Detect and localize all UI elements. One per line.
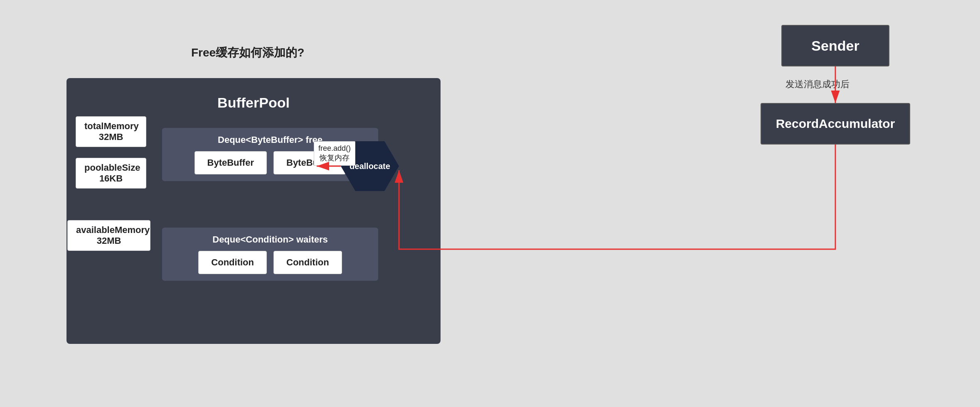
deque-waiters-items: Condition Condition <box>169 251 372 274</box>
deque-waiters-section: Deque<Condition> waiters Condition Condi… <box>162 228 378 281</box>
deque-waiters-title: Deque<Condition> waiters <box>169 234 372 245</box>
deallocate-label: deallocate <box>350 162 390 171</box>
record-accumulator-box: RecordAccumulator <box>761 103 910 145</box>
main-container: Free缓存如何添加的? BufferPool Deque<ByteBuffer… <box>0 0 980 407</box>
sender-box: Sender <box>781 25 889 66</box>
bytebuffer-item-1: ByteBuffer <box>195 151 267 174</box>
condition-item-2: Condition <box>273 251 342 274</box>
record-accumulator-label: RecordAccumulator <box>776 117 895 131</box>
condition-item-1: Condition <box>198 251 267 274</box>
buffer-pool-title: BufferPool <box>66 95 441 111</box>
available-memory-label: availableMemory 32MB <box>67 220 150 251</box>
page-title: Free缓存如何添加的? <box>191 45 304 61</box>
recordacc-to-deallocate-arrow <box>399 145 835 249</box>
sender-label: Sender <box>811 38 859 54</box>
send-success-label: 发送消息成功后 <box>785 78 849 91</box>
poolable-size-label: poolableSize 16KB <box>76 158 146 189</box>
total-memory-label: totalMemory 32MB <box>76 116 146 147</box>
free-add-label: free.add() 恢复内存 <box>314 141 355 166</box>
